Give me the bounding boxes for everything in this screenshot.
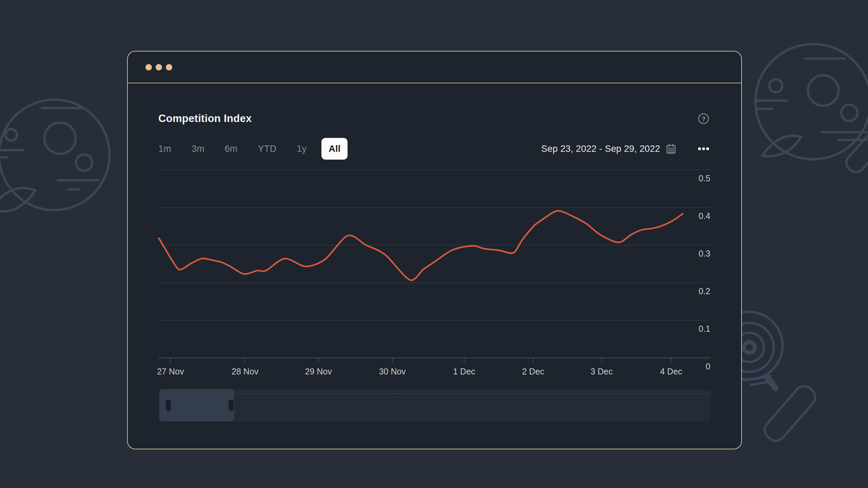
x-axis-label: 28 Nov [232,367,259,376]
controls-row: 1m3m6mYTD1yAll Sep 23, 2022 - Sep 29, 20… [158,138,710,160]
y-axis-label: 0 [706,362,710,371]
x-axis-label: 3 Dec [591,367,613,376]
brush-handle-left[interactable] [166,400,171,411]
y-axis-label: 0.5 [698,174,710,183]
page-title: Competition Index [158,113,252,125]
x-axis-label: 27 Nov [157,367,184,376]
range-button-1y[interactable]: 1y [297,144,307,154]
chart-plot-area[interactable]: 00.10.20.30.40.527 Nov28 Nov29 Nov30 Nov… [158,166,710,378]
brush-selection[interactable] [159,389,235,422]
range-button-ytd[interactable]: YTD [258,144,277,154]
brush-preview-line [161,393,708,394]
title-row: Competition Index ? [158,111,710,126]
magnifier-planet-decoration-top-right-icon [755,44,868,176]
window-header [128,52,741,83]
y-axis-label: 0.1 [698,324,710,333]
y-axis-label: 0.2 [698,286,710,296]
svg-text:?: ? [702,115,706,123]
more-options-button[interactable] [697,145,710,152]
y-axis-label: 0.4 [698,211,710,221]
page-background: Competition Index ? 1m3m6mYTD1yAll Sep 2… [0,0,868,488]
x-axis-label: 1 Dec [453,367,475,376]
ellipsis-icon [702,147,705,150]
line-series [159,211,683,280]
range-button-6m[interactable]: 6m [225,144,238,154]
planet-decoration-left-icon [0,100,110,211]
date-range-picker[interactable]: Sep 23, 2022 - Sep 29, 2022 [541,143,676,155]
range-button-3m[interactable]: 3m [192,144,204,154]
chart-window: Competition Index ? 1m3m6mYTD1yAll Sep 2… [127,51,742,449]
right-controls: Sep 23, 2022 - Sep 29, 2022 [541,143,710,155]
range-button-all[interactable]: All [321,138,348,160]
y-axis-label: 0.3 [698,249,710,258]
x-axis-label: 29 Nov [305,367,332,376]
date-range-value: Sep 23, 2022 - Sep 29, 2022 [541,144,660,154]
brush-track[interactable] [159,389,711,422]
window-dot-icon [166,64,172,70]
range-button-1m[interactable]: 1m [158,144,171,154]
calendar-icon [666,143,676,155]
time-range-selector: 1m3m6mYTD1yAll [158,138,348,160]
x-axis-label: 2 Dec [522,367,544,376]
x-axis-label: 4 Dec [660,367,682,376]
ellipsis-icon [698,147,701,150]
window-dot-icon [156,64,162,70]
window-dot-icon [145,64,152,70]
ellipsis-icon [706,147,709,150]
brush-handle-right[interactable] [229,400,234,411]
question-circle-icon: ? [697,113,710,125]
x-axis-label: 30 Nov [379,367,406,376]
help-button[interactable]: ? [697,113,710,125]
